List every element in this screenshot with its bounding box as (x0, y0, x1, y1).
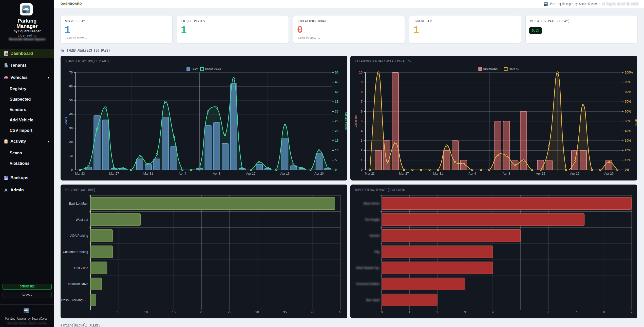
svg-text:3: 3 (464, 311, 466, 314)
svg-text:TOP ZONES (ALL TIME): TOP ZONES (ALL TIME) (65, 188, 95, 192)
svg-text:Apr 4: Apr 4 (179, 172, 186, 175)
svg-text:8: 8 (361, 90, 363, 94)
svg-text:40: 40 (69, 113, 73, 116)
svg-text:25: 25 (335, 119, 338, 123)
svg-text:Trash (Blocking B...: Trash (Blocking B... (61, 298, 88, 302)
svg-text:7: 7 (575, 311, 577, 314)
svg-text:Rate %: Rate % (635, 116, 637, 126)
svg-text:East Lot Main: East Lot Main (69, 202, 88, 205)
svg-text:Unique Plates: Unique Plates (345, 112, 347, 130)
svg-text:20: 20 (335, 129, 338, 133)
svg-text:5: 5 (520, 311, 521, 314)
svg-text:40%: 40% (625, 129, 631, 133)
svg-text:Mar 27: Mar 27 (399, 172, 409, 175)
svg-text:20%: 20% (625, 149, 631, 152)
svg-text:Scans: Scans (192, 67, 198, 71)
svg-text:8: 8 (603, 311, 605, 314)
svg-text:Rate %: Rate % (509, 67, 519, 71)
svg-text:Customer Parking: Customer Parking (63, 250, 88, 254)
svg-text:Apr 16: Apr 16 (570, 172, 579, 175)
svg-text:0: 0 (335, 168, 337, 172)
svg-text:6: 6 (361, 110, 363, 113)
svg-text:TOP OFFENDING TENANTS (CONFIRM: TOP OFFENDING TENANTS (CONFIRMED) (355, 188, 405, 192)
svg-text:9: 9 (631, 311, 633, 314)
svg-text:Apr 8: Apr 8 (213, 172, 220, 175)
svg-text:Box Vault: Box Vault (366, 298, 380, 302)
svg-text:Apr 12: Apr 12 (246, 172, 255, 175)
svg-text:Apr 8: Apr 8 (503, 172, 510, 175)
svg-text:Scans: Scans (64, 117, 67, 125)
svg-text:0: 0 (361, 168, 363, 172)
svg-text:Apr 4: Apr 4 (468, 172, 476, 175)
svg-text:30%: 30% (625, 139, 631, 142)
svg-text:6: 6 (547, 311, 549, 314)
svg-text:15: 15 (335, 139, 338, 142)
svg-text:1: 1 (361, 158, 363, 162)
svg-text:Blue Heron: Blue Heron (364, 202, 380, 205)
svg-text:0: 0 (381, 311, 383, 314)
svg-text:50: 50 (69, 99, 73, 102)
svg-text:15: 15 (172, 311, 176, 314)
svg-text:Mar 31: Mar 31 (433, 172, 443, 175)
svg-text:VIOLATIONS PER DAY / VIOLATION: VIOLATIONS PER DAY / VIOLATION RATE % (355, 59, 411, 63)
svg-text:Mar 23: Mar 23 (75, 172, 85, 175)
svg-text:Flip: Flip (374, 250, 380, 254)
svg-text:ADA Parking: ADA Parking (70, 234, 88, 238)
svg-text:80%: 80% (625, 90, 631, 94)
svg-text:3: 3 (361, 139, 363, 142)
svg-text:30: 30 (69, 126, 73, 130)
svg-text:30: 30 (255, 311, 259, 314)
svg-text:5: 5 (335, 158, 337, 162)
svg-text:Gemini: Gemini (369, 234, 380, 238)
svg-text:50%: 50% (625, 119, 631, 123)
svg-text:2: 2 (361, 149, 363, 152)
svg-text:9: 9 (361, 80, 363, 84)
svg-text:50: 50 (335, 71, 338, 74)
svg-text:Tim Knight: Tim Knight (365, 218, 380, 222)
svg-text:10: 10 (335, 149, 338, 152)
svg-text:Mar 27: Mar 27 (109, 172, 119, 175)
svg-text:45: 45 (339, 311, 342, 314)
svg-text:20: 20 (200, 311, 203, 314)
svg-text:10: 10 (359, 71, 363, 74)
svg-text:Mar 31: Mar 31 (143, 172, 153, 175)
svg-text:1: 1 (409, 311, 410, 314)
svg-text:25: 25 (228, 311, 231, 314)
svg-text:10%: 10% (625, 158, 631, 162)
svg-text:40: 40 (335, 90, 338, 94)
svg-text:4: 4 (492, 311, 494, 314)
svg-text:35: 35 (283, 311, 287, 314)
svg-text:60%: 60% (625, 110, 631, 113)
svg-text:Unique Plates: Unique Plates (205, 67, 221, 71)
svg-text:2: 2 (437, 311, 438, 314)
svg-text:Apr 12: Apr 12 (536, 172, 545, 175)
svg-text:West Market Sq.: West Market Sq. (356, 266, 380, 270)
svg-text:0%: 0% (625, 168, 629, 172)
svg-text:45: 45 (335, 80, 338, 84)
svg-text:West Lot: West Lot (76, 218, 88, 222)
svg-text:4: 4 (361, 129, 363, 133)
svg-text:SCANS PER DAY / UNIQUE PLATES: SCANS PER DAY / UNIQUE PLATES (65, 59, 109, 63)
svg-text:70%: 70% (625, 100, 631, 103)
svg-text:70: 70 (69, 71, 73, 74)
svg-text:Apr 20: Apr 20 (314, 172, 324, 175)
svg-text:20: 20 (69, 140, 73, 144)
svg-text:Apr 20: Apr 20 (604, 172, 614, 175)
svg-text:30: 30 (335, 110, 338, 113)
svg-text:7: 7 (361, 100, 363, 103)
svg-text:10: 10 (144, 311, 148, 314)
svg-text:Crescent Holdco: Crescent Holdco (356, 282, 380, 286)
svg-text:5: 5 (117, 311, 119, 314)
svg-text:10: 10 (69, 154, 73, 158)
svg-text:Apr 16: Apr 16 (280, 172, 290, 175)
svg-text:90%: 90% (625, 80, 631, 84)
svg-text:0: 0 (71, 168, 73, 172)
svg-text:Violations: Violations (354, 115, 357, 128)
svg-text:Violations: Violations (483, 67, 498, 71)
svg-text:40: 40 (311, 311, 314, 314)
svg-text:Mar 23: Mar 23 (365, 172, 375, 175)
svg-text:100%: 100% (625, 71, 633, 74)
svg-text:Red Zone: Red Zone (74, 266, 88, 270)
svg-text:35: 35 (335, 100, 338, 103)
svg-text:0: 0 (90, 311, 91, 314)
